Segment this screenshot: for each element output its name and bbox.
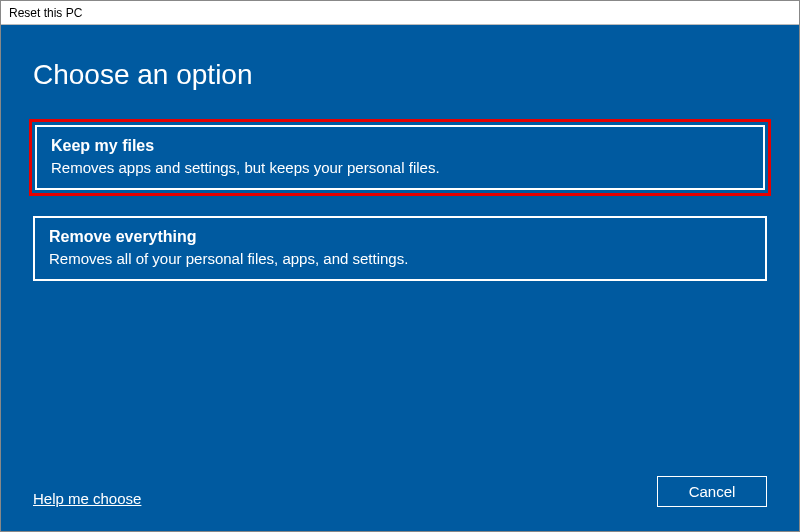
help-me-choose-link[interactable]: Help me choose <box>33 490 141 507</box>
option-title: Keep my files <box>51 137 749 155</box>
option-title: Remove everything <box>49 228 751 246</box>
option-keep-my-files[interactable]: Keep my files Removes apps and settings,… <box>35 125 765 190</box>
page-heading: Choose an option <box>33 59 767 91</box>
option-highlight-box: Keep my files Removes apps and settings,… <box>29 119 771 196</box>
window-title: Reset this PC <box>9 6 82 20</box>
option-description: Removes all of your personal files, apps… <box>49 250 751 267</box>
cancel-button[interactable]: Cancel <box>657 476 767 507</box>
option-description: Removes apps and settings, but keeps you… <box>51 159 749 176</box>
footer: Help me choose Cancel <box>33 476 767 507</box>
titlebar: Reset this PC <box>1 1 799 25</box>
option-remove-everything[interactable]: Remove everything Removes all of your pe… <box>33 216 767 281</box>
content-area: Choose an option Keep my files Removes a… <box>1 25 799 531</box>
reset-pc-window: Reset this PC Choose an option Keep my f… <box>0 0 800 532</box>
options-list: Keep my files Removes apps and settings,… <box>33 119 767 281</box>
